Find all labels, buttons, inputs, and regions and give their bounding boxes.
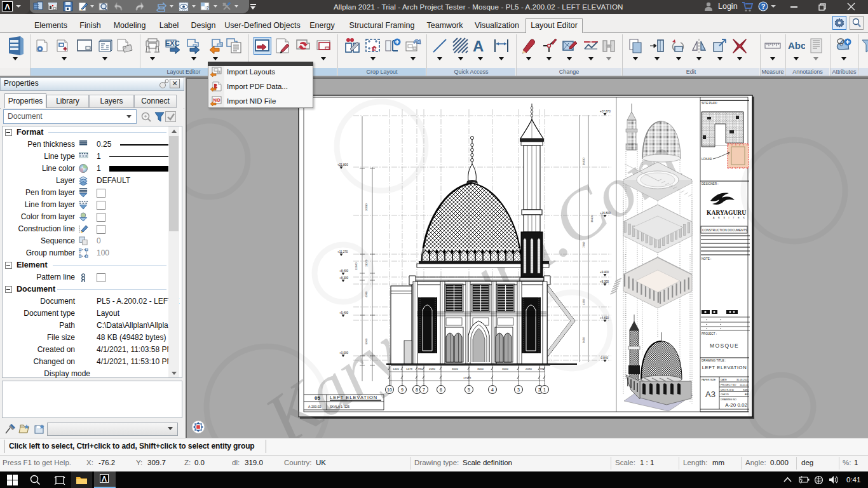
svg-text:x: x (743, 166, 744, 170)
svg-text:x: x (739, 166, 740, 170)
svg-text:xx.xx.xx: xx.xx.xx (740, 384, 749, 386)
svg-text:+21.800: +21.800 (337, 163, 348, 166)
svg-text:11070: 11070 (365, 259, 368, 267)
svg-text:5: 5 (468, 388, 470, 392)
svg-text:+5.400: +5.400 (339, 311, 349, 315)
svg-text:22040: 22040 (355, 262, 358, 270)
svg-text:1478: 1478 (406, 367, 412, 370)
svg-text:3000: 3000 (452, 367, 458, 370)
svg-text:3: 3 (517, 388, 520, 392)
svg-text:EXC: EXC (165, 39, 180, 47)
svg-text:N: N (374, 47, 377, 51)
svg-text:+8.400: +8.400 (339, 269, 349, 273)
svg-text:1400: 1400 (393, 367, 399, 370)
svg-text:KMG: KMG (743, 389, 749, 391)
svg-text:780: 780 (539, 367, 545, 370)
svg-text:-0.840: -0.840 (600, 356, 608, 360)
svg-text:16030: 16030 (582, 158, 585, 165)
svg-text:3000: 3000 (502, 367, 508, 370)
svg-text:SITE PLAN :: SITE PLAN : (702, 102, 718, 105)
svg-text:CONSTRUCTION DOCUMENTS: CONSTRUCTION DOCUMENTS (702, 229, 747, 232)
svg-text:+0.000: +0.000 (339, 351, 349, 355)
svg-text:KARYAGURU: KARYAGURU (707, 209, 746, 216)
svg-text:3000: 3000 (477, 367, 484, 370)
svg-text:05: 05 (315, 395, 320, 401)
svg-text:x: x (728, 143, 729, 146)
svg-text:+8.300: +8.300 (339, 276, 349, 280)
svg-text:DESIGNER :: DESIGNER : (702, 182, 719, 186)
svg-text:10: 10 (387, 388, 392, 392)
svg-text:LEFT ELEVATION: LEFT ELEVATION (702, 365, 747, 370)
svg-text:4190: 4190 (582, 299, 585, 305)
svg-text:A-20 0.02: A-20 0.02 (725, 402, 747, 408)
svg-text:A3: A3 (705, 390, 715, 399)
svg-text:+16.800: +16.800 (600, 212, 611, 215)
svg-text:17578: 17578 (463, 376, 471, 379)
svg-text:x: x (735, 143, 736, 146)
svg-text:PROJECT :: PROJECT : (702, 332, 717, 336)
svg-text:38610: 38610 (590, 215, 593, 222)
svg-text:7: 7 (423, 388, 425, 392)
svg-text:x: x (731, 143, 733, 146)
svg-text:10030: 10030 (365, 203, 368, 211)
svg-text:Abc: Abc (788, 40, 805, 51)
svg-text:x: x (743, 143, 744, 146)
svg-text:DRAWING NO: DRAWING NO (721, 398, 736, 401)
svg-text:DRAWING TITLE :: DRAWING TITLE : (702, 359, 726, 362)
svg-text:+8.300: +8.300 (600, 280, 609, 283)
svg-text:2080: 2080 (526, 367, 532, 370)
svg-text:4: 4 (491, 388, 494, 392)
svg-text:SKALA 1: 125: SKALA 1: 125 (330, 405, 349, 409)
svg-text:NOTE :: NOTE : (702, 257, 711, 261)
svg-text:LEFT ELEVATION: LEFT ELEVATION (330, 395, 377, 400)
svg-text:AW: AW (745, 393, 749, 396)
svg-text:LOKASI: LOKASI (702, 158, 712, 161)
svg-text:A-200.02: A-200.02 (308, 405, 322, 409)
svg-text:A R S I T E K: A R S I T E K (713, 217, 746, 219)
svg-text:+4.810: +4.810 (600, 316, 609, 320)
svg-text:x: x (747, 143, 748, 146)
svg-text:?: ? (761, 3, 766, 10)
svg-text:x: x (735, 166, 736, 170)
svg-text:x: x (739, 143, 740, 146)
svg-text:CHK ID: CHK ID (721, 393, 729, 396)
svg-text:4000: 4000 (365, 291, 368, 297)
svg-text:5650: 5650 (582, 337, 585, 343)
svg-text:MOSQUE: MOSQUE (710, 342, 739, 349)
svg-text:x: x (731, 166, 733, 170)
svg-text:x: x (747, 166, 748, 170)
svg-text:1: 1 (543, 388, 546, 392)
svg-text:x: x (728, 166, 729, 170)
svg-text:PROJECT NO: PROJECT NO (721, 384, 736, 386)
svg-text:2: 2 (207, 6, 209, 10)
svg-text:NID: NID (214, 98, 221, 102)
svg-text:7360: 7360 (582, 241, 585, 248)
svg-text:780: 780 (417, 367, 423, 370)
svg-text:+9.400: +9.400 (600, 271, 609, 274)
svg-text:2080: 2080 (429, 367, 435, 370)
svg-text:+11.270: +11.270 (337, 250, 348, 254)
svg-text:9: 9 (401, 388, 403, 392)
svg-text:8: 8 (416, 388, 418, 392)
svg-text:DATE: DATE (721, 379, 727, 381)
svg-text:6: 6 (440, 388, 442, 392)
svg-text:PAPER SIZE:: PAPER SIZE: (702, 379, 716, 381)
svg-text:DRO R.G ID: DRO R.G ID (721, 389, 734, 391)
svg-text:31.03.2021: 31.03.2021 (736, 379, 749, 381)
svg-text:6040: 6040 (365, 338, 368, 344)
svg-text:+37.870: +37.870 (600, 110, 611, 113)
svg-text:A: A (473, 37, 484, 54)
